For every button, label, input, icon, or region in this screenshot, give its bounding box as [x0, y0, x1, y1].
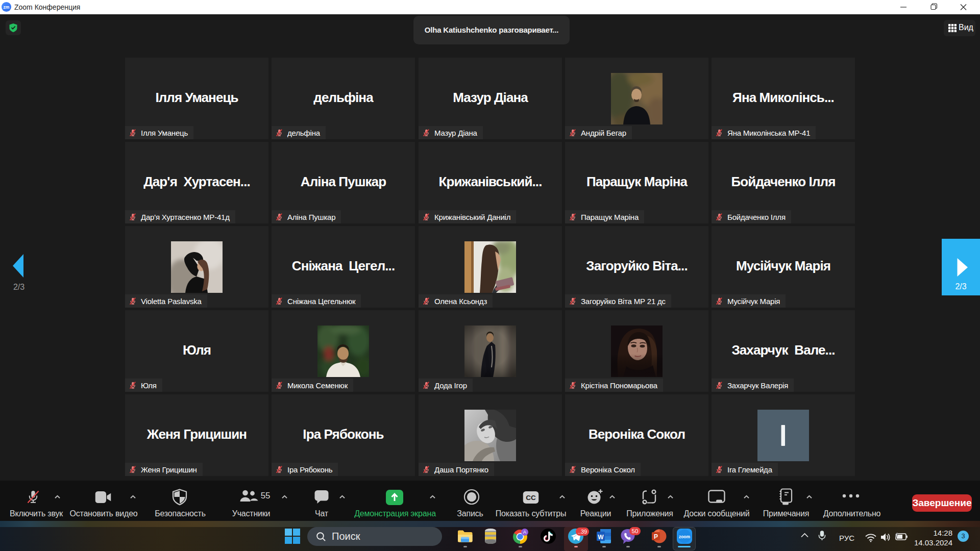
svg-text:CC: CC: [526, 494, 536, 502]
svg-text:50: 50: [632, 528, 639, 534]
svg-text:zoom: zoom: [679, 534, 691, 539]
svg-text:P: P: [654, 533, 658, 540]
svg-text:A: A: [523, 529, 527, 535]
svg-text:..39: ..39: [578, 529, 587, 535]
svg-text:W: W: [598, 534, 604, 541]
svg-text:zm: zm: [4, 5, 10, 10]
